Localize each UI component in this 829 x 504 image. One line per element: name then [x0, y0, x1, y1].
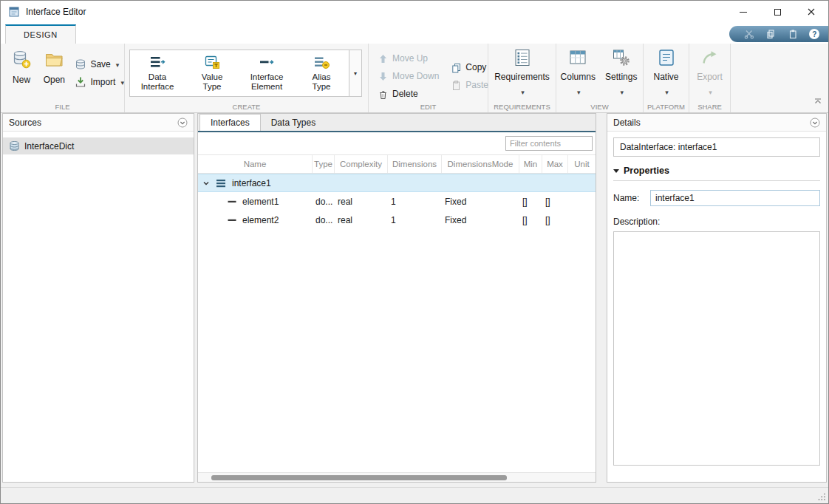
- paste-button-ribbon[interactable]: Paste: [451, 79, 488, 91]
- table-row-element2[interactable]: element2 do... real 1 Fixed [] []: [198, 211, 596, 229]
- help-button[interactable]: [806, 27, 822, 41]
- move-down-button[interactable]: Move Down: [378, 70, 439, 82]
- create-gallery: Data Interface Value Type: [129, 50, 362, 97]
- requirements-button[interactable]: Requirements: [488, 44, 556, 98]
- close-button[interactable]: [794, 1, 828, 23]
- import-button[interactable]: Import: [75, 76, 124, 88]
- row-name: element1: [242, 197, 279, 207]
- row-name: element2: [242, 215, 279, 225]
- close-icon: [808, 8, 815, 16]
- group-label-create: CREATE: [125, 103, 368, 111]
- chevron-down-icon[interactable]: [202, 180, 210, 187]
- row-dimensions: 1: [388, 197, 442, 207]
- sources-item-interfacedict[interactable]: InterfaceDict: [3, 137, 194, 154]
- open-icon: [44, 50, 64, 69]
- cut-button[interactable]: [741, 27, 757, 41]
- selection-summary: DataInterface: interface1: [613, 137, 820, 157]
- copy-button[interactable]: [763, 27, 779, 41]
- delete-icon: [378, 89, 389, 100]
- data-interface-label-2: Interface: [141, 82, 174, 92]
- move-up-icon: [378, 53, 389, 64]
- filter-input[interactable]: [505, 136, 593, 151]
- interface-element-button[interactable]: Interface Element: [239, 50, 294, 96]
- tab-data-types[interactable]: Data Types: [261, 114, 326, 131]
- sources-item-label: InterfaceDict: [24, 141, 74, 151]
- sources-collapse-button[interactable]: [177, 118, 188, 128]
- move-up-label: Move Up: [392, 53, 428, 64]
- paste-label: Paste: [465, 80, 488, 90]
- row-dimensionsmode: Fixed: [442, 197, 519, 207]
- delete-button[interactable]: Delete: [378, 88, 439, 100]
- row-dimensions: 1: [388, 215, 442, 225]
- import-label: Import: [90, 77, 115, 87]
- table-row-interface1[interactable]: interface1: [198, 174, 596, 192]
- interface-element-label-2: Element: [250, 82, 284, 92]
- move-up-button[interactable]: Move Up: [378, 52, 439, 64]
- tab-design[interactable]: DESIGN: [5, 24, 76, 44]
- ribbon-group-share: Export SHARE: [689, 44, 731, 112]
- minimize-button[interactable]: [726, 1, 760, 23]
- group-label-platform: PLATFORM: [644, 103, 689, 111]
- maximize-button[interactable]: [760, 1, 794, 23]
- export-dropdown-icon: [707, 84, 712, 98]
- column-header-complexity[interactable]: Complexity: [335, 155, 388, 173]
- column-header-type[interactable]: Type: [313, 155, 335, 173]
- data-interface-button[interactable]: Data Interface: [130, 50, 185, 96]
- group-label-file: FILE: [1, 103, 124, 111]
- window-title: Interface Editor: [26, 7, 86, 17]
- horizontal-scrollbar[interactable]: [198, 472, 596, 482]
- description-field-label: Description:: [613, 217, 820, 227]
- maximize-icon: [774, 9, 781, 16]
- column-header-min[interactable]: Min: [519, 155, 542, 173]
- row-complexity: real: [335, 215, 388, 225]
- save-button[interactable]: Save: [75, 58, 124, 70]
- copy-label: Copy: [465, 62, 486, 72]
- details-collapse-button[interactable]: [810, 118, 820, 128]
- open-label: Open: [44, 75, 65, 85]
- column-header-dimensionsmode[interactable]: DimensionsMode: [442, 155, 519, 173]
- native-label: Native: [653, 72, 678, 82]
- properties-section-header[interactable]: Properties: [613, 166, 820, 181]
- sources-list: InterfaceDict: [3, 132, 194, 154]
- horizontal-scrollbar-thumb[interactable]: [211, 475, 507, 480]
- column-header-name[interactable]: Name: [198, 155, 313, 173]
- status-bar: [1, 487, 828, 503]
- ribbon-group-view: Columns Settings VIEW: [556, 44, 644, 112]
- column-header-dimensions[interactable]: Dimensions: [388, 155, 442, 173]
- alias-type-button[interactable]: Alias Type: [294, 50, 349, 96]
- description-field[interactable]: [613, 231, 820, 466]
- circled-chevron-down-icon: [810, 118, 820, 128]
- alias-type-icon: [313, 54, 330, 70]
- value-type-button[interactable]: Value Type: [185, 50, 239, 96]
- resize-grip[interactable]: [817, 492, 826, 501]
- columns-dropdown-icon: [576, 84, 581, 98]
- ribbon: New Open Save: [1, 44, 828, 113]
- save-label: Save: [90, 59, 110, 69]
- help-icon: [809, 29, 819, 39]
- interfaces-panel: Interfaces Data Types Name Type Complexi…: [197, 113, 596, 483]
- column-header-unit[interactable]: Unit: [568, 155, 596, 173]
- table-row-element1[interactable]: element1 do... real 1 Fixed [] []: [198, 192, 596, 211]
- tab-interfaces[interactable]: Interfaces: [199, 114, 261, 131]
- interface-icon: [216, 178, 226, 188]
- quick-access-toolbar: [729, 26, 828, 42]
- save-dropdown-icon: [115, 59, 120, 69]
- copy-button-ribbon[interactable]: Copy: [451, 61, 488, 73]
- native-button[interactable]: Native: [644, 44, 689, 98]
- group-label-requirements: REQUIREMENTS: [488, 103, 556, 111]
- sources-panel-header: Sources: [3, 114, 194, 132]
- element-dash-icon: [228, 200, 236, 203]
- column-header-max[interactable]: Max: [542, 155, 568, 173]
- titlebar[interactable]: Interface Editor: [1, 1, 828, 23]
- ribbon-group-requirements: Requirements REQUIREMENTS: [488, 44, 556, 112]
- create-gallery-dropdown[interactable]: [349, 50, 361, 96]
- move-down-label: Move Down: [392, 71, 439, 81]
- paste-button[interactable]: [785, 27, 801, 41]
- export-button[interactable]: Export: [689, 44, 730, 98]
- cut-icon: [744, 29, 754, 39]
- ribbon-group-edit: Move Up Move Down Delete: [369, 44, 488, 112]
- save-icon: [75, 58, 86, 70]
- collapse-ribbon-button[interactable]: [813, 95, 822, 108]
- name-field[interactable]: [650, 190, 820, 206]
- settings-gear-icon: [612, 48, 631, 67]
